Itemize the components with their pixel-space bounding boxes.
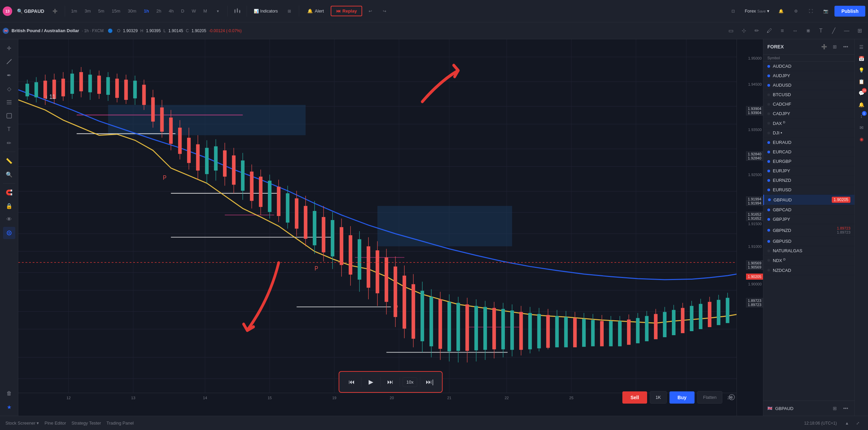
line-tool[interactable]: ╱: [828, 25, 840, 37]
user-avatar[interactable]: 13: [3, 6, 12, 16]
chart-type-btn[interactable]: [231, 5, 243, 17]
panel-more-btn[interactable]: •••: [841, 42, 850, 51]
fullscreen-btn[interactable]: ⛶: [805, 5, 817, 17]
tab-strategy-tester[interactable]: Strategy Tester: [71, 419, 101, 427]
redo-btn[interactable]: ↪: [378, 5, 391, 17]
trash-tool[interactable]: 🗑: [3, 387, 15, 400]
interval-D[interactable]: D: [179, 7, 187, 15]
symbol-item[interactable]: EURUSD: [763, 185, 854, 195]
chat-btn[interactable]: 💬 19: [856, 88, 867, 98]
symbol-item[interactable]: CADJPY: [763, 109, 854, 119]
interval-more-btn[interactable]: ▾: [212, 5, 224, 17]
symbol-item[interactable]: GBPNZD 1.89723 1.89723: [763, 224, 854, 237]
symbol-item[interactable]: BTCUSD: [763, 90, 854, 100]
symbol-item[interactable]: EURJPY: [763, 166, 854, 176]
buy-button[interactable]: Buy: [669, 391, 695, 404]
interval-30m[interactable]: 30m: [125, 7, 139, 15]
alerts-panel-btn[interactable]: 🔔: [856, 100, 867, 110]
watchlist-btn[interactable]: ☰: [856, 42, 867, 52]
symbol-item[interactable]: CADCHF: [763, 100, 854, 109]
sell-button[interactable]: Sell: [622, 391, 647, 404]
node-tool[interactable]: ⋇: [802, 25, 814, 37]
symbol-item[interactable]: NATURALGAS: [763, 246, 854, 256]
rect-tool[interactable]: ▭: [725, 25, 737, 37]
symbol-item[interactable]: EURCAD: [763, 147, 854, 157]
measure-tool[interactable]: ↔: [789, 25, 801, 37]
panel-add-btn[interactable]: ➕: [819, 42, 829, 51]
eye-tool[interactable]: 👁: [3, 213, 15, 225]
screener-btn[interactable]: 📋: [856, 77, 867, 87]
pen-tool[interactable]: ✏: [751, 25, 762, 37]
tab-pine-editor[interactable]: Pine Editor: [45, 419, 66, 427]
footer-more-btn[interactable]: •••: [841, 404, 850, 413]
replay-btn[interactable]: ⏮ Replay: [331, 6, 363, 16]
pattern-tool[interactable]: [3, 110, 15, 122]
alert-btn[interactable]: 🔔 Alert: [303, 6, 329, 16]
symbol-item[interactable]: NDX D: [763, 256, 854, 265]
brush-tool[interactable]: 🖊: [764, 25, 775, 37]
interval-5m[interactable]: 5m: [96, 7, 107, 15]
text-tool[interactable]: T: [815, 25, 827, 37]
pen-draw-tool[interactable]: ✒: [3, 69, 15, 81]
replay-play-btn[interactable]: ▶: [364, 375, 378, 389]
active-tool[interactable]: [3, 227, 15, 239]
interval-15m[interactable]: 15m: [109, 7, 123, 15]
interval-4h[interactable]: 4h: [166, 7, 176, 15]
hline-tool[interactable]: —: [841, 25, 852, 37]
symbol-item[interactable]: EURGBP: [763, 157, 854, 166]
symbol-item-gbpaud[interactable]: GBPAUD 1.90205: [763, 195, 854, 205]
add-symbol-btn[interactable]: ➕: [49, 5, 61, 17]
forex-dropdown[interactable]: Forex Save ▾: [742, 7, 772, 15]
alerts-icon-btn[interactable]: 🔔: [775, 5, 787, 17]
fib-tool[interactable]: [3, 96, 15, 108]
tab-trading-panel[interactable]: Trading Panel: [106, 419, 133, 427]
symbol-item[interactable]: EURNZD: [763, 176, 854, 185]
line-draw-tool[interactable]: [3, 56, 15, 68]
interval-W[interactable]: W: [189, 7, 199, 15]
chart-area[interactable]: AUD UT: [18, 39, 763, 416]
footer-layout-btn[interactable]: ⊞: [830, 404, 840, 413]
quantity-button[interactable]: 1K: [650, 391, 667, 404]
replay-step-back-btn[interactable]: ⏮: [345, 375, 358, 389]
flatten-button[interactable]: Flatten: [697, 391, 722, 404]
symbol-search[interactable]: 🔍 GBPAUD: [14, 7, 47, 15]
symbol-item[interactable]: NZDCAD: [763, 266, 854, 275]
symbol-item[interactable]: GBPCAD: [763, 205, 854, 215]
shape-tool[interactable]: ◇: [3, 83, 15, 95]
zoom-tool[interactable]: 🔍: [3, 168, 15, 180]
symbol-item[interactable]: DJI •: [763, 128, 854, 138]
star-btn[interactable]: ★: [3, 401, 15, 413]
interval-1m[interactable]: 1m: [68, 7, 80, 15]
publish-button[interactable]: Publish: [834, 6, 865, 17]
tv-logo-btn[interactable]: ◉: [856, 134, 867, 144]
measure-ruler[interactable]: 📏: [3, 155, 15, 167]
messages-btn[interactable]: ✉: [856, 123, 867, 133]
cursor-tool[interactable]: ✛: [3, 42, 15, 54]
replay-speed-selector[interactable]: 10x: [403, 377, 417, 387]
templates-btn[interactable]: ⊞: [283, 5, 295, 17]
prediction-tool[interactable]: ✏: [3, 137, 15, 149]
symbol-item[interactable]: EURAUD: [763, 138, 854, 147]
orders-btn[interactable]: ↕ 1: [856, 111, 867, 121]
calendar-btn[interactable]: 📅: [856, 53, 867, 64]
close-order-btn[interactable]: ✕: [725, 392, 736, 403]
ideas-btn[interactable]: 💡: [856, 65, 867, 75]
grid-tool[interactable]: ⊞: [854, 25, 865, 37]
symbol-item[interactable]: AUDUSD: [763, 81, 854, 90]
interval-1h[interactable]: 1h: [141, 7, 151, 15]
bottom-expand-btn[interactable]: ⤢: [853, 418, 863, 428]
annotation-tool[interactable]: T: [3, 123, 15, 135]
bottom-up-btn[interactable]: ▲: [842, 418, 852, 428]
symbol-item[interactable]: AUDCAD: [763, 62, 854, 71]
layout-btn[interactable]: ⊡: [727, 5, 739, 17]
symbol-item[interactable]: GBPJPY: [763, 215, 854, 224]
stream-btn[interactable]: 🔵: [106, 27, 115, 35]
replay-end-btn[interactable]: ⏭|: [423, 375, 436, 389]
replay-step-forward-btn[interactable]: ⏭: [384, 375, 397, 389]
interval-3m[interactable]: 3m: [82, 7, 94, 15]
indicators-btn[interactable]: 📊 Indicators: [250, 5, 281, 17]
symbol-item[interactable]: DAX D: [763, 119, 854, 128]
settings-btn[interactable]: ⚙: [790, 5, 802, 17]
camera-btn[interactable]: 📷: [820, 5, 832, 17]
undo-btn[interactable]: ↩: [364, 5, 376, 17]
